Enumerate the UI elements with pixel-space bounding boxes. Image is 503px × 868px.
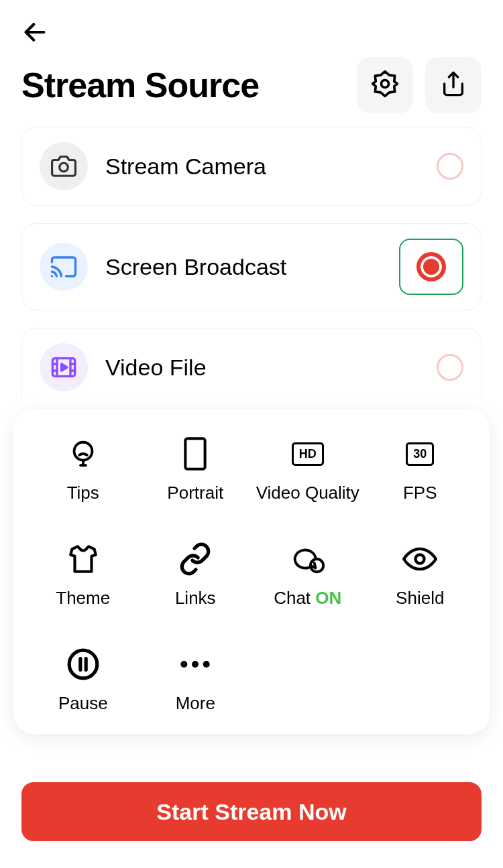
share-button[interactable] xyxy=(425,57,482,113)
video-file-icon xyxy=(40,343,88,391)
chat-icon xyxy=(290,541,326,577)
option-chat[interactable]: Chat ON xyxy=(252,541,364,609)
option-pause[interactable]: Pause xyxy=(27,646,139,714)
camera-icon xyxy=(40,142,88,190)
svg-point-19 xyxy=(416,555,425,564)
share-icon xyxy=(440,70,467,100)
option-fps[interactable]: 30 FPS xyxy=(364,436,477,503)
pause-icon xyxy=(66,646,100,682)
option-portrait[interactable]: Portrait xyxy=(139,436,252,503)
source-label: Stream Camera xyxy=(105,153,419,180)
option-label: Shield xyxy=(396,588,444,609)
option-label: Chat ON xyxy=(274,588,341,609)
start-stream-label: Start Stream Now xyxy=(156,799,346,825)
page-title: Stream Source xyxy=(21,65,259,105)
option-shield[interactable]: Shield xyxy=(364,541,477,609)
svg-point-2 xyxy=(382,80,389,88)
back-button[interactable] xyxy=(21,19,48,46)
option-label: Tips xyxy=(67,483,99,503)
portrait-icon xyxy=(182,436,209,472)
svg-rect-17 xyxy=(186,438,205,469)
option-more[interactable]: More xyxy=(139,646,252,714)
option-label: Video Quality xyxy=(256,483,359,503)
option-label: Theme xyxy=(56,588,110,609)
svg-point-4 xyxy=(60,163,68,172)
theme-icon xyxy=(66,541,100,577)
radio-selected xyxy=(399,239,463,295)
radio-unselected xyxy=(437,354,463,381)
more-icon xyxy=(178,646,212,682)
option-label: Pause xyxy=(58,693,108,714)
radio-unselected xyxy=(437,153,463,180)
option-label: Links xyxy=(175,588,216,609)
option-tips[interactable]: Tips xyxy=(27,436,139,503)
header-actions xyxy=(357,57,482,113)
tips-icon xyxy=(68,436,99,472)
eye-icon xyxy=(402,541,437,577)
svg-point-23 xyxy=(181,661,188,668)
source-label: Screen Broadcast xyxy=(105,254,382,280)
header: Stream Source xyxy=(0,0,503,113)
option-links[interactable]: Links xyxy=(139,541,252,609)
svg-point-25 xyxy=(203,661,210,668)
gear-icon xyxy=(370,69,400,101)
source-video-file[interactable]: Video File xyxy=(21,328,482,398)
hd-icon: HD xyxy=(292,436,324,472)
option-video-quality[interactable]: HD Video Quality xyxy=(252,436,364,503)
source-label: Video File xyxy=(105,355,419,381)
option-label: More xyxy=(176,693,215,714)
svg-marker-1 xyxy=(373,72,398,97)
cast-icon xyxy=(40,243,88,291)
svg-point-14 xyxy=(74,442,92,460)
fps-icon: 30 xyxy=(406,436,434,472)
option-theme[interactable]: Theme xyxy=(27,541,139,609)
svg-marker-13 xyxy=(62,364,67,371)
source-stream-camera[interactable]: Stream Camera xyxy=(21,127,482,206)
svg-point-24 xyxy=(192,661,199,668)
link-icon xyxy=(178,541,212,577)
svg-point-20 xyxy=(69,650,97,678)
source-list: Stream Camera Screen Broadcast xyxy=(0,113,503,398)
settings-button[interactable] xyxy=(357,57,413,113)
option-label: FPS xyxy=(403,483,437,503)
source-screen-broadcast[interactable]: Screen Broadcast xyxy=(21,223,482,310)
option-label: Portrait xyxy=(167,483,223,503)
start-stream-button[interactable]: Start Stream Now xyxy=(21,782,482,841)
options-panel: Tips Portrait HD Video Quality 30 FPS xyxy=(13,409,490,734)
